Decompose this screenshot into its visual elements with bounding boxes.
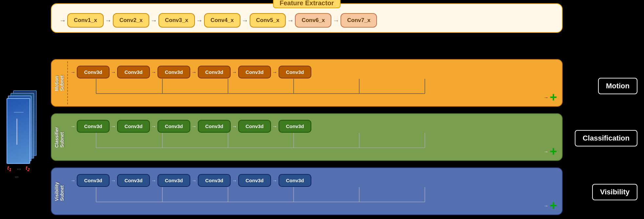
t2-label: t2 bbox=[26, 165, 30, 172]
conv3x-box: Conv3_x bbox=[158, 13, 195, 28]
classifier-arrow-2: → bbox=[151, 123, 156, 129]
motion-arrow-start: → bbox=[71, 69, 75, 75]
motion-conv3d-1: Conv3d bbox=[77, 66, 110, 78]
motion-subnet-label: MotionSubnet bbox=[54, 75, 65, 91]
motion-arrow-2: → bbox=[151, 69, 156, 75]
conv7x-box: Conv7_x bbox=[341, 13, 377, 28]
arrow-5: → bbox=[287, 17, 294, 24]
arrow-4: → bbox=[242, 17, 248, 24]
arrow-3: → bbox=[196, 17, 203, 24]
visibility-conv3d-2: Conv3d bbox=[117, 174, 150, 187]
visibility-arrow-3: → bbox=[192, 178, 197, 183]
classifier-arrow-5: → bbox=[272, 123, 277, 129]
classifier-conv3d-6: Conv3d bbox=[279, 120, 311, 133]
feature-extractor: Feature Extractor → Conv1_x → Conv2_x → … bbox=[51, 3, 563, 33]
visibility-conv3d-4: Conv3d bbox=[198, 174, 231, 187]
classifier-subnet-label: ClassifierSubnet bbox=[54, 127, 65, 147]
motion-plus-area: → + bbox=[544, 91, 557, 103]
motion-branch-lines bbox=[71, 79, 544, 99]
classifier-arrow-start: → bbox=[71, 123, 75, 129]
visibility-conv3d-row: → Conv3d → Conv3d → Conv3d → Conv3d → Co… bbox=[71, 174, 544, 187]
motion-conv3d-3: Conv3d bbox=[157, 66, 190, 78]
visibility-arrow-start: → bbox=[71, 178, 75, 183]
motion-subnet: MotionSubnet → Conv3d → Conv3d → Conv3d … bbox=[51, 59, 563, 107]
bottom-dots: ... bbox=[15, 173, 19, 178]
motion-arrow-4: → bbox=[232, 69, 237, 75]
classification-output-label: Classification bbox=[575, 130, 637, 146]
visibility-branch-lines bbox=[71, 187, 544, 207]
frame-front bbox=[7, 98, 30, 164]
classifier-plus-sign: + bbox=[550, 145, 557, 158]
classifier-conv3d-5: Conv3d bbox=[238, 120, 271, 133]
conv5x-box: Conv5_x bbox=[250, 13, 286, 28]
motion-conv3d-6: Conv3d bbox=[279, 66, 311, 78]
visibility-arrow-1: → bbox=[111, 178, 116, 183]
arrow-2: → bbox=[151, 17, 157, 24]
visibility-conv3d-5: Conv3d bbox=[238, 174, 271, 187]
visibility-plus-arrow: → bbox=[544, 203, 549, 208]
classifier-branch-lines bbox=[71, 133, 544, 153]
motion-dashed-line bbox=[67, 61, 68, 104]
feature-extractor-title: Feature Extractor bbox=[273, 0, 341, 8]
motion-conv3d-2: Conv3d bbox=[117, 66, 150, 78]
visibility-output-label: Visibility bbox=[592, 184, 637, 200]
classifier-arrow-4: → bbox=[232, 123, 237, 129]
classifier-conv3d-row: → Conv3d → Conv3d → Conv3d → Conv3d → Co… bbox=[71, 120, 544, 133]
motion-conv3d-row: → Conv3d → Conv3d → Conv3d → Conv3d → Co… bbox=[71, 66, 544, 78]
motion-arrow-3: → bbox=[192, 69, 197, 75]
conv2x-box: Conv2_x bbox=[113, 13, 149, 28]
motion-plus-arrow: → bbox=[544, 95, 549, 100]
conv-row: → Conv1_x → Conv2_x → Conv3_x → Conv4_x … bbox=[58, 13, 555, 28]
motion-conv3d-5: Conv3d bbox=[238, 66, 271, 78]
motion-plus-sign: + bbox=[550, 91, 557, 103]
motion-output-label: Motion bbox=[598, 78, 637, 94]
classifier-arrow-3: → bbox=[192, 123, 197, 129]
classifier-plus-area: → + bbox=[544, 145, 557, 158]
visibility-arrow-4: → bbox=[232, 178, 237, 183]
t1-label: t1 bbox=[7, 165, 11, 172]
motion-arrow-1: → bbox=[111, 69, 116, 75]
visibility-conv3d-3: Conv3d bbox=[157, 174, 190, 187]
diagram: Feature Extractor → Conv1_x → Conv2_x → … bbox=[0, 0, 644, 219]
conv1x-box: Conv1_x bbox=[67, 13, 104, 28]
classifier-conv3d-1: Conv3d bbox=[77, 120, 110, 133]
classifier-conv3d-3: Conv3d bbox=[157, 120, 190, 133]
visibility-arrow-5: → bbox=[272, 178, 277, 183]
arrow-1: → bbox=[105, 17, 112, 24]
arrow-6: → bbox=[333, 17, 339, 24]
classifier-conv3d-4: Conv3d bbox=[198, 120, 231, 133]
input-frames: t1 ... t2 ... bbox=[3, 72, 46, 200]
classifier-arrow-1: → bbox=[111, 123, 116, 129]
conv4x-box: Conv4_x bbox=[204, 13, 240, 28]
dots-label: ... bbox=[17, 165, 21, 170]
visibility-plus-sign: + bbox=[550, 199, 557, 212]
visibility-arrow-2: → bbox=[151, 178, 156, 183]
motion-conv3d-4: Conv3d bbox=[198, 66, 231, 78]
motion-arrow-5: → bbox=[272, 69, 277, 75]
visibility-conv3d-1: Conv3d bbox=[77, 174, 110, 187]
visibility-conv3d-6: Conv3d bbox=[279, 174, 311, 187]
conv6x-box: Conv6_x bbox=[295, 13, 331, 28]
visibility-subnet-label: VisibilitySubnet bbox=[54, 182, 65, 201]
arrow-start: → bbox=[59, 17, 66, 24]
visibility-plus-area: → + bbox=[544, 199, 557, 212]
classifier-conv3d-2: Conv3d bbox=[117, 120, 150, 133]
classifier-subnet: ClassifierSubnet → Conv3d → Conv3d → Con… bbox=[51, 113, 563, 161]
visibility-subnet: VisibilitySubnet → Conv3d → Conv3d → Con… bbox=[51, 167, 563, 215]
classifier-plus-arrow: → bbox=[544, 149, 549, 154]
